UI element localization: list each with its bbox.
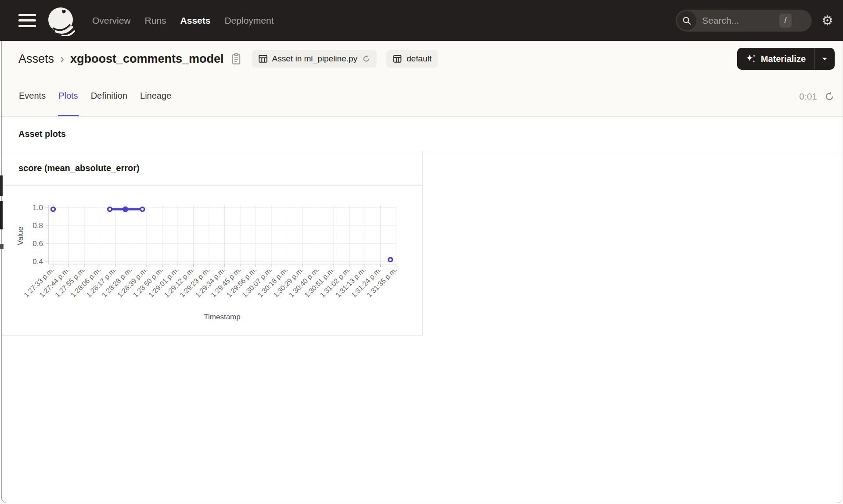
top-navigation-bar: Overview Runs Assets Deployment / ⚙: [0, 0, 843, 41]
materialize-label: Materialize: [761, 54, 806, 64]
tab-lineage[interactable]: Lineage: [140, 77, 172, 116]
sparkles-icon: [746, 54, 757, 64]
refresh-group: 0:01: [799, 77, 835, 116]
tab-plots[interactable]: Plots: [58, 77, 78, 116]
chart-x-axis-title: Timestamp: [204, 313, 240, 321]
group-badge-label: default: [407, 54, 432, 64]
materialize-split-button: Materialize: [737, 48, 835, 70]
chart-data-point[interactable]: [140, 207, 144, 211]
chart-data-point[interactable]: [51, 207, 55, 211]
asset-tabs: Events Plots Definition Lineage 0:01: [2, 77, 843, 117]
refresh-button[interactable]: [824, 91, 835, 102]
chart-data-point[interactable]: [108, 207, 112, 211]
screen: Overview Runs Assets Deployment / ⚙ Asse…: [0, 0, 843, 504]
dagster-logo[interactable]: [47, 5, 77, 36]
plot-card-header: score (mean_absolute_error): [2, 151, 422, 186]
settings-gear-icon[interactable]: ⚙: [821, 14, 833, 27]
chart-y-axis-title: Value: [17, 227, 25, 245]
chart-data-point[interactable]: [389, 257, 393, 261]
breadcrumb-separator: ›: [60, 52, 64, 66]
copy-asset-name-button[interactable]: [230, 53, 242, 65]
asset-group-icon: [393, 54, 402, 64]
asset-plots-section-header: Asset plots: [2, 117, 843, 151]
primary-nav: Overview Runs Assets Deployment: [92, 15, 274, 26]
plot-card: score (mean_absolute_error) 1:27:33 p.m.…: [2, 151, 423, 336]
clipboard-icon: [230, 53, 242, 65]
background-window-fragment: [0, 175, 3, 196]
code-location-badge[interactable]: Asset in ml_pipeline.py: [252, 50, 377, 68]
chart-y-tick-label: 0.4: [32, 257, 43, 266]
refresh-timer: 0:01: [799, 91, 817, 102]
score-line-chart: 1:27:33 p.m.1:27:44 p.m.1:27:55 p.m.1:28…: [17, 197, 421, 329]
plot-title: score (mean_absolute_error): [18, 163, 140, 173]
table-icon: [258, 54, 268, 64]
background-window-fragment: [0, 244, 4, 249]
hamburger-menu-icon[interactable]: [18, 14, 36, 27]
tab-definition[interactable]: Definition: [90, 77, 128, 116]
group-badge[interactable]: default: [386, 50, 438, 68]
nav-item-assets[interactable]: Assets: [180, 15, 211, 26]
global-search[interactable]: /: [676, 10, 812, 32]
nav-item-deployment[interactable]: Deployment: [224, 15, 274, 26]
reload-code-location-icon[interactable]: [362, 54, 371, 63]
search-icon: [677, 11, 696, 30]
chart-y-tick-label: 1.0: [32, 204, 43, 212]
nav-item-overview[interactable]: Overview: [92, 15, 131, 26]
background-window-fragment: [0, 201, 3, 229]
section-title: Asset plots: [18, 129, 66, 139]
asset-header: Assets › xgboost_comments_model: [2, 41, 843, 77]
chart-data-point[interactable]: [122, 207, 128, 212]
page-title: xgboost_comments_model: [70, 52, 224, 66]
materialize-dropdown-button[interactable]: [814, 48, 835, 70]
search-shortcut-badge: /: [779, 14, 792, 28]
breadcrumb-assets-link[interactable]: Assets: [18, 52, 54, 66]
search-input[interactable]: [702, 10, 772, 32]
tab-events[interactable]: Events: [18, 77, 46, 116]
refresh-icon: [824, 91, 835, 102]
chart-y-tick-label: 0.6: [32, 239, 43, 248]
nav-item-runs[interactable]: Runs: [145, 15, 166, 26]
code-location-label: Asset in ml_pipeline.py: [272, 54, 357, 64]
materialize-button[interactable]: Materialize: [737, 48, 814, 70]
chart-y-tick-label: 0.8: [32, 222, 43, 230]
chevron-down-icon: [822, 57, 828, 61]
app-window: Assets › xgboost_comments_model: [1, 41, 843, 503]
